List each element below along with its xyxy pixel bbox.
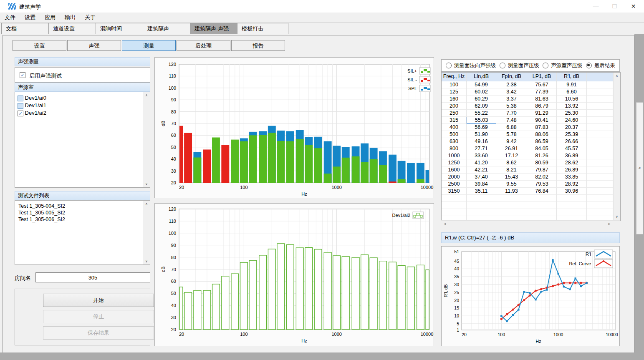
table-cell[interactable] xyxy=(527,209,557,216)
file-list-scrollbar[interactable]: ∧ ∨ xyxy=(143,201,150,264)
channel-checkbox[interactable]: ✓ xyxy=(18,111,23,116)
table-row[interactable]: 20062.095.3886.7913.92 xyxy=(442,103,620,110)
table-cell[interactable]: 39.84 xyxy=(467,181,496,188)
table-cell[interactable]: 56.69 xyxy=(467,124,496,131)
table-cell[interactable] xyxy=(587,124,613,131)
table-cell[interactable] xyxy=(587,103,613,110)
table-cell[interactable] xyxy=(587,181,613,188)
enable-intensity-checkbox[interactable]: ✓ xyxy=(20,72,25,78)
menu-item-1[interactable]: 设置 xyxy=(20,13,40,23)
table-cell[interactable] xyxy=(467,195,496,202)
table-cell[interactable]: 500 xyxy=(442,131,467,138)
main-tab-4[interactable]: 建筑隔声-声强 xyxy=(190,23,241,34)
table-cell[interactable]: 79.53 xyxy=(527,181,557,188)
table-cell[interactable]: 33.85 xyxy=(557,174,587,181)
table-row[interactable]: 160042.218.2179.8726.89 xyxy=(442,166,620,174)
table-cell[interactable]: 160 xyxy=(442,96,467,103)
table-row[interactable]: 63049.169.4286.5926.66 xyxy=(442,138,620,145)
table-cell[interactable]: 15.43 xyxy=(496,174,527,181)
menu-item-0[interactable]: 文件 xyxy=(0,13,20,23)
table-cell[interactable]: 60.02 xyxy=(467,88,496,96)
table-cell[interactable] xyxy=(587,188,613,195)
table-cell[interactable]: 800 xyxy=(442,145,467,152)
table-cell[interactable]: 26.91 xyxy=(496,145,527,152)
radio-icon[interactable] xyxy=(446,63,452,68)
start-button[interactable]: 开始 xyxy=(43,294,154,307)
table-cell[interactable]: 1250 xyxy=(442,159,467,166)
table-cell[interactable] xyxy=(442,202,467,209)
table-cell[interactable]: 24.60 xyxy=(557,117,587,124)
scroll-up-icon[interactable]: ∧ xyxy=(143,92,150,98)
table-cell[interactable]: 5.78 xyxy=(496,131,527,138)
menu-item-4[interactable]: 关于 xyxy=(80,13,100,23)
table-vscrollbar[interactable]: ∧ ∨ xyxy=(613,73,620,220)
scroll-up-icon[interactable]: ∧ xyxy=(614,73,620,79)
table-cell[interactable]: 17.12 xyxy=(496,152,527,159)
table-cell[interactable]: 42.21 xyxy=(467,166,496,174)
main-tab-5[interactable]: 楼板打击 xyxy=(237,23,288,34)
table-cell[interactable] xyxy=(587,202,613,209)
radio-option-2[interactable]: 声源室声压级 xyxy=(543,62,582,69)
table-cell[interactable]: 3150 xyxy=(442,188,467,195)
table-cell[interactable] xyxy=(587,81,613,88)
table-cell[interactable] xyxy=(587,110,613,117)
legend-icon-Ref. Curve[interactable] xyxy=(594,259,613,268)
table-cell[interactable]: 6.88 xyxy=(496,124,527,131)
radio-option-3[interactable]: 最后结果 xyxy=(586,62,615,69)
table-cell[interactable]: 13.92 xyxy=(557,103,587,110)
channel-list-scrollbar[interactable]: ∧ ∨ xyxy=(143,92,150,187)
table-cell[interactable]: 54.99 xyxy=(467,81,496,88)
legend-icon-Dev1/ai2[interactable] xyxy=(413,212,424,219)
menu-item-3[interactable]: 输出 xyxy=(60,13,80,23)
legend-icon-SIL -[interactable] xyxy=(419,76,430,83)
main-tab-0[interactable]: 文档 xyxy=(1,23,53,34)
collapse-panel-button[interactable]: < xyxy=(636,102,643,234)
table-cell[interactable]: 82.02 xyxy=(527,174,557,181)
table-cell[interactable] xyxy=(587,88,613,96)
table-cell[interactable]: 8.62 xyxy=(496,159,527,166)
table-row[interactable]: 50051.905.7888.0625.39 xyxy=(442,131,620,138)
scroll-down-icon[interactable]: ∨ xyxy=(143,258,150,264)
table-cell[interactable]: 88.06 xyxy=(527,131,557,138)
main-tab-3[interactable]: 建筑隔声 xyxy=(143,23,194,34)
table-cell[interactable]: 20.37 xyxy=(557,124,587,131)
table-cell[interactable]: 25.39 xyxy=(557,131,587,138)
table-row[interactable]: 25055.227.7091.2925.30 xyxy=(442,110,620,117)
table-row[interactable]: 250039.849.5579.5328.92 xyxy=(442,181,620,188)
table-cell[interactable] xyxy=(527,202,557,209)
table-cell[interactable] xyxy=(496,209,527,216)
table-cell[interactable]: 2000 xyxy=(442,174,467,181)
table-cell[interactable]: 28.62 xyxy=(557,159,587,166)
table-row[interactable]: 10054.992.3875.679.91 xyxy=(442,81,620,88)
scroll-left-icon[interactable]: < xyxy=(442,221,448,227)
table-cell[interactable] xyxy=(442,209,467,216)
table-cell[interactable]: 7.48 xyxy=(496,117,527,124)
table-cell[interactable]: 87.83 xyxy=(527,124,557,131)
table-cell[interactable]: 51.90 xyxy=(467,131,496,138)
table-cell[interactable]: 125 xyxy=(442,88,467,96)
table-cell[interactable]: 27.71 xyxy=(467,145,496,152)
legend-icon-SIL+[interactable] xyxy=(419,68,430,74)
table-cell[interactable]: 62.09 xyxy=(467,103,496,110)
table-row[interactable] xyxy=(442,209,620,216)
table-row[interactable] xyxy=(442,202,620,209)
table-cell[interactable]: 6.60 xyxy=(557,88,587,96)
table-cell[interactable]: 3.42 xyxy=(496,88,527,96)
table-cell[interactable] xyxy=(587,145,613,152)
scroll-up-icon[interactable]: ∧ xyxy=(143,201,150,207)
table-cell[interactable] xyxy=(496,202,527,209)
table-cell[interactable]: 86.59 xyxy=(527,138,557,145)
close-button[interactable]: ✕ xyxy=(624,0,643,13)
table-cell[interactable]: 60.29 xyxy=(467,96,496,103)
test-file-item-2[interactable]: Test 1_305-006_SI2 xyxy=(15,216,150,223)
table-cell[interactable]: 630 xyxy=(442,138,467,145)
table-cell[interactable]: 26.66 xyxy=(557,138,587,145)
table-row[interactable]: 100033.6017.1281.2636.89 xyxy=(442,152,620,159)
table-cell[interactable]: 77.39 xyxy=(527,88,557,96)
table-cell[interactable]: 75.67 xyxy=(527,81,557,88)
main-tab-1[interactable]: 通道设置 xyxy=(48,23,100,34)
table-cell[interactable]: 7.70 xyxy=(496,110,527,117)
table-cell[interactable] xyxy=(587,166,613,174)
table-cell[interactable]: 26.89 xyxy=(557,166,587,174)
table-cell[interactable]: 79.87 xyxy=(527,166,557,174)
